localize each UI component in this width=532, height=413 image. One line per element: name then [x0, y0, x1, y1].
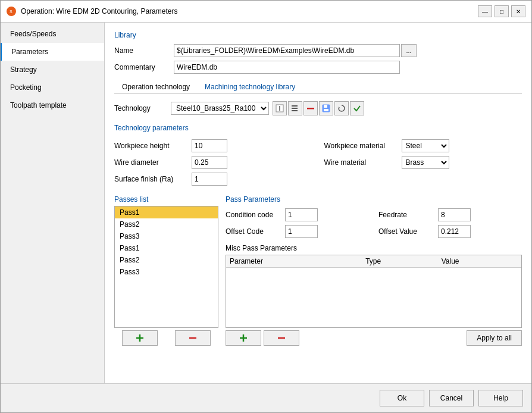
pass-item-2[interactable]: Pass2	[115, 218, 218, 230]
library-commentary-row: Commentary	[114, 61, 522, 74]
svg-rect-9	[324, 105, 327, 108]
tab-machining-library[interactable]: Machining technology library	[198, 80, 302, 93]
sidebar-item-toolpath-template[interactable]: Toolpath template	[1, 96, 104, 114]
misc-table-body	[226, 268, 521, 328]
cancel-button[interactable]: Cancel	[429, 390, 474, 406]
ok-button[interactable]: Ok	[380, 390, 424, 406]
sidebar: Feeds/Speeds Parameters Strategy Pocketi…	[1, 23, 105, 383]
offset-code-label: Offset Code	[226, 227, 285, 236]
main-panel: Library Name ... Commentary Operation te…	[105, 23, 531, 383]
offset-value-row: Offset Value	[378, 225, 522, 238]
title-bar: S Operation: Wire EDM 2D Contouring, Par…	[1, 1, 531, 23]
minimize-button[interactable]: —	[478, 5, 492, 17]
offset-code-input[interactable]	[285, 225, 318, 238]
help-button[interactable]: Help	[478, 390, 523, 406]
workpiece-height-input[interactable]	[192, 139, 227, 152]
window-title: Operation: Wire EDM 2D Contouring, Param…	[21, 7, 177, 15]
tech-apply-button[interactable]	[350, 101, 364, 115]
tech-new-button[interactable]	[273, 101, 287, 115]
pass-item-5[interactable]: Pass2	[115, 254, 218, 266]
svg-rect-6	[292, 110, 298, 111]
wire-material-select[interactable]: Brass Zinc Copper	[402, 156, 449, 169]
svg-text:S: S	[10, 10, 12, 14]
misc-remove-button[interactable]	[264, 330, 299, 346]
feedrate-input[interactable]	[438, 208, 471, 221]
passes-add-button[interactable]	[122, 330, 158, 346]
tech-params-label: Technology parameters	[114, 124, 522, 132]
passes-remove-button[interactable]	[175, 330, 211, 346]
pass-item-3[interactable]: Pass3	[115, 230, 218, 242]
technology-toolbar	[273, 101, 364, 115]
misc-col-type: Type	[362, 255, 438, 268]
library-commentary-label: Commentary	[114, 63, 174, 71]
sidebar-item-feeds-speeds[interactable]: Feeds/Speeds	[1, 25, 104, 43]
condition-code-input[interactable]	[285, 208, 318, 221]
misc-table: Parameter Type Value	[226, 255, 521, 327]
wire-diameter-input[interactable]	[192, 156, 227, 169]
svg-marker-11	[339, 107, 340, 108]
content-area: Feeds/Speeds Parameters Strategy Pocketi…	[1, 23, 531, 383]
library-name-input[interactable]	[174, 44, 400, 57]
passes-and-params-area: Passes list Pass1 Pass2 Pass3 Pass1 Pass…	[114, 195, 522, 346]
pass-item-6[interactable]: Pass3	[115, 266, 218, 278]
apply-to-all-button[interactable]: Apply to all	[467, 330, 522, 346]
technology-parameters-section: Technology parameters Workpiece height W…	[114, 124, 522, 188]
maximize-button[interactable]: □	[495, 5, 509, 17]
window-controls: — □ ✕	[478, 5, 525, 17]
library-name-label: Name	[114, 46, 174, 55]
tab-operation-technology[interactable]: Operation technology	[114, 80, 198, 93]
feedrate-label: Feedrate	[378, 211, 438, 219]
wire-material-label: Wire material	[324, 158, 402, 167]
misc-section: Misc Pass Parameters Parameter Type Valu…	[226, 244, 522, 346]
footer: Ok Cancel Help	[1, 383, 531, 412]
library-browse-button[interactable]: ...	[401, 44, 417, 57]
pass-item-1[interactable]: Pass1	[115, 206, 218, 218]
pass-params-header: Pass Parameters	[226, 195, 522, 204]
technology-label: Technology	[114, 104, 171, 112]
passes-toolbar	[114, 330, 218, 346]
workpiece-material-select[interactable]: Steel Aluminum Copper	[402, 139, 449, 152]
misc-col-value: Value	[438, 255, 521, 268]
surface-finish-row: Surface finish (Ra)	[114, 173, 312, 186]
offset-value-label: Offset Value	[378, 227, 438, 236]
passes-section: Passes list Pass1 Pass2 Pass3 Pass1 Pass…	[114, 195, 218, 346]
main-window: S Operation: Wire EDM 2D Contouring, Par…	[0, 0, 532, 413]
technology-select[interactable]: Steel10_Brass25_Ra100	[171, 102, 269, 115]
surface-finish-label: Surface finish (Ra)	[114, 175, 192, 183]
offset-value-input[interactable]	[438, 225, 471, 238]
wire-material-row: Wire material Brass Zinc Copper	[324, 156, 522, 169]
svg-rect-4	[292, 105, 298, 107]
condition-code-row: Condition code	[226, 208, 369, 221]
misc-col-parameter: Parameter	[226, 255, 362, 268]
tech-edit-button[interactable]	[288, 101, 302, 115]
misc-toolbar: Apply to all	[226, 330, 522, 346]
svg-rect-7	[307, 108, 314, 109]
condition-code-label: Condition code	[226, 211, 285, 219]
close-button[interactable]: ✕	[511, 5, 525, 17]
library-section-label: Library	[114, 31, 522, 39]
wire-diameter-label: Wire diameter	[114, 158, 192, 167]
technology-row: Technology Steel10_Brass25_Ra100	[114, 101, 522, 115]
tech-save-button[interactable]	[319, 101, 333, 115]
misc-header: Misc Pass Parameters	[226, 244, 522, 252]
wire-diameter-row: Wire diameter	[114, 156, 312, 169]
misc-add-button[interactable]	[226, 330, 261, 346]
sidebar-item-strategy[interactable]: Strategy	[1, 61, 104, 79]
svg-rect-5	[292, 108, 298, 109]
surface-finish-input[interactable]	[192, 173, 227, 186]
workpiece-height-row: Workpiece height	[114, 139, 312, 152]
params-grid: Workpiece height Workpiece material Stee…	[114, 137, 522, 188]
svg-rect-10	[324, 109, 328, 111]
passes-list-header: Passes list	[114, 195, 218, 204]
sidebar-item-pocketing[interactable]: Pocketing	[1, 79, 104, 96]
workpiece-height-label: Workpiece height	[114, 142, 192, 150]
pass-item-4[interactable]: Pass1	[115, 242, 218, 254]
library-name-row: Name ...	[114, 44, 522, 57]
tech-reload-button[interactable]	[334, 101, 349, 115]
tabs-row: Operation technology Machining technolog…	[114, 80, 522, 94]
tech-delete-button[interactable]	[303, 101, 318, 115]
feedrate-row: Feedrate	[378, 208, 522, 221]
library-commentary-input[interactable]	[174, 61, 400, 74]
sidebar-item-parameters[interactable]: Parameters	[1, 43, 104, 61]
workpiece-material-label: Workpiece material	[324, 142, 402, 150]
